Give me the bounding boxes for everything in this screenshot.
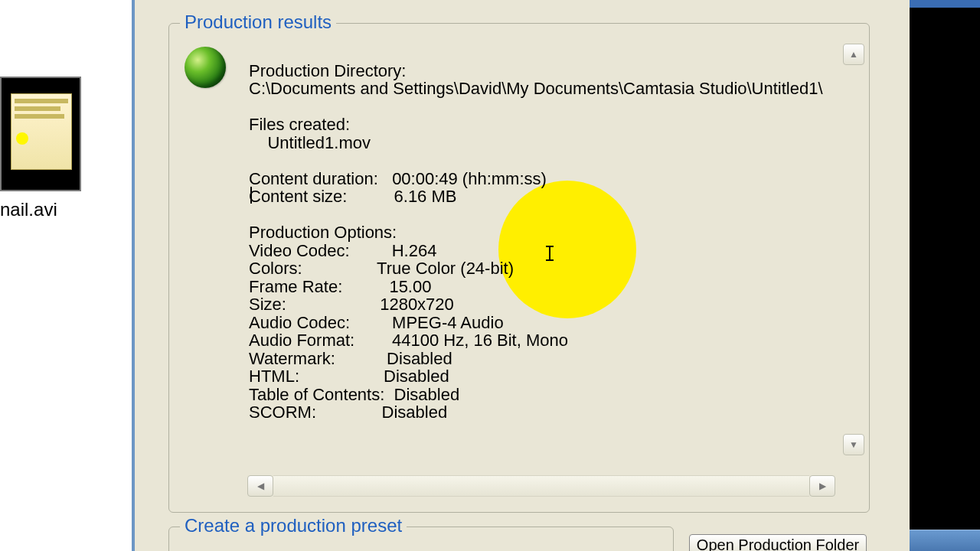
scroll-right-button[interactable]: ▶ <box>809 475 835 497</box>
scroll-track[interactable] <box>273 475 809 497</box>
left-pane: nail.avi <box>0 0 135 551</box>
chevron-right-icon: ▶ <box>819 481 826 491</box>
horizontal-scrollbar[interactable]: ◀ ▶ <box>247 475 835 497</box>
right-preview-pane <box>910 0 980 551</box>
app-logo-icon <box>185 47 226 88</box>
chevron-up-icon: ▲ <box>849 49 858 60</box>
production-results-text[interactable]: Production Directory: C:\Documents and S… <box>249 44 815 449</box>
right-trim-bottom <box>910 530 980 551</box>
create-preset-group: Create a production preset <box>168 527 674 551</box>
main-area: Production results Production Directory:… <box>138 0 903 551</box>
thumbnail-filename: nail.avi <box>0 199 57 220</box>
scroll-down-button[interactable]: ▼ <box>843 434 864 455</box>
scroll-up-button[interactable]: ▲ <box>843 44 864 65</box>
video-thumbnail[interactable] <box>0 77 81 191</box>
scroll-left-button[interactable]: ◀ <box>247 475 273 497</box>
text-cursor-icon <box>546 246 554 261</box>
production-results-title: Production results <box>180 11 336 33</box>
chevron-left-icon: ◀ <box>257 481 264 491</box>
right-trim-top <box>910 0 980 8</box>
chevron-down-icon: ▼ <box>849 439 858 450</box>
production-results-group: Production results Production Directory:… <box>168 23 870 513</box>
create-preset-title: Create a production preset <box>180 515 407 536</box>
text-caret <box>250 187 252 204</box>
thumbnail-preview <box>11 93 72 170</box>
open-production-folder-button[interactable]: Open Production Folder <box>689 534 867 551</box>
